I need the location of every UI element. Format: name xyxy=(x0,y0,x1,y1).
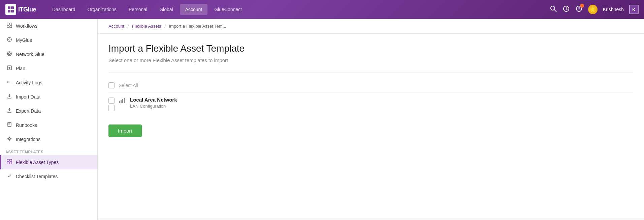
svg-point-14 xyxy=(9,39,10,40)
select-all-checkbox[interactable] xyxy=(108,82,115,88)
integrations-icon xyxy=(6,136,12,143)
sidebar-item-integrations[interactable]: Integrations xyxy=(0,132,97,146)
notification-badge xyxy=(580,4,584,8)
nav-global[interactable]: Global xyxy=(154,4,178,15)
nav-organizations[interactable]: Organizations xyxy=(82,4,122,15)
logo-area[interactable]: ITGlue xyxy=(5,4,36,15)
nav-personal[interactable]: Personal xyxy=(123,4,153,15)
nav-dashboard[interactable]: Dashboard xyxy=(47,4,81,15)
breadcrumb: Account / Flexible Assets / Import a Fle… xyxy=(98,19,644,34)
myglue-icon xyxy=(6,37,12,44)
sidebar: Workflows MyGlue Network Glue xyxy=(0,19,98,220)
svg-rect-10 xyxy=(10,23,12,25)
sidebar-label-networkglue: Network Glue xyxy=(16,52,44,57)
svg-rect-34 xyxy=(121,100,122,103)
user-k-box[interactable]: K xyxy=(629,5,639,14)
help-icon[interactable]: ? xyxy=(575,5,583,14)
checklisttemplates-icon xyxy=(6,173,12,180)
svg-rect-29 xyxy=(7,159,9,161)
svg-rect-2 xyxy=(8,10,10,12)
svg-line-5 xyxy=(554,10,556,12)
sidebar-item-activitylogs[interactable]: Activity Logs xyxy=(0,76,97,90)
svg-point-15 xyxy=(7,52,11,56)
nav-account[interactable]: Account xyxy=(180,4,208,15)
template-signal-icon xyxy=(119,97,125,105)
sidebar-label-flexibleassettypes: Flexible Asset Types xyxy=(16,160,59,165)
sidebar-section-label: Asset Templates xyxy=(0,146,97,155)
breadcrumb-account[interactable]: Account xyxy=(108,24,124,29)
svg-point-16 xyxy=(8,53,10,55)
networkglue-icon xyxy=(6,51,12,58)
divider xyxy=(108,73,633,73)
svg-rect-9 xyxy=(7,23,9,25)
top-navigation: ITGlue Dashboard Organizations Personal … xyxy=(0,0,644,19)
sidebar-label-importdata: Import Data xyxy=(16,94,40,100)
page-body: Import a Flexible Asset Template Select … xyxy=(98,34,644,218)
plan-icon xyxy=(6,65,12,72)
svg-rect-35 xyxy=(122,99,123,103)
workflows-icon xyxy=(6,23,12,29)
sidebar-label-activitylogs: Activity Logs xyxy=(16,80,42,85)
sidebar-item-networkglue[interactable]: Network Glue xyxy=(0,47,97,61)
select-all-label: Select All xyxy=(119,83,138,88)
main-layout: Workflows MyGlue Network Glue xyxy=(0,19,644,220)
sidebar-label-checklisttemplates: Checklist Templates xyxy=(16,174,58,179)
breadcrumb-sep-2: / xyxy=(164,24,166,29)
svg-rect-36 xyxy=(124,98,125,103)
breadcrumb-sep-1: / xyxy=(128,24,129,29)
svg-rect-11 xyxy=(7,26,9,28)
activitylogs-icon xyxy=(6,79,12,86)
select-all-row: Select All xyxy=(108,80,633,91)
sidebar-item-checklisttemplates[interactable]: Checklist Templates xyxy=(0,169,97,184)
runbooks-icon xyxy=(6,122,12,129)
sidebar-label-myglue: MyGlue xyxy=(16,37,32,43)
sidebar-item-importdata[interactable]: Import Data xyxy=(0,90,97,104)
main-content: Account / Flexible Assets / Import a Fle… xyxy=(98,19,644,220)
svg-rect-3 xyxy=(11,10,14,12)
template-checkbox-top[interactable] xyxy=(108,98,115,104)
sidebar-item-exportdata[interactable]: Export Data xyxy=(0,104,97,118)
breadcrumb-current: Import a Flexible Asset Tem... xyxy=(169,24,226,29)
svg-rect-0 xyxy=(8,6,10,9)
sidebar-label-workflows: Workflows xyxy=(16,23,37,29)
svg-rect-1 xyxy=(11,6,14,9)
sidebar-label-runbooks: Runbooks xyxy=(16,122,37,128)
sidebar-label-plan: Plan xyxy=(16,66,25,71)
import-button[interactable]: Import xyxy=(108,125,142,137)
sidebar-item-myglue[interactable]: MyGlue xyxy=(0,33,97,47)
sidebar-label-integrations: Integrations xyxy=(16,137,40,142)
sidebar-label-exportdata: Export Data xyxy=(16,108,41,114)
svg-rect-33 xyxy=(119,101,120,103)
exportdata-icon xyxy=(6,108,12,114)
svg-point-13 xyxy=(7,37,11,42)
svg-point-4 xyxy=(551,6,555,10)
template-checkboxes xyxy=(108,97,115,111)
importdata-icon xyxy=(6,93,12,100)
logo-text: ITGlue xyxy=(18,6,36,13)
page-title: Import a Flexible Asset Template xyxy=(108,43,633,54)
flexibleassettypes-icon xyxy=(6,159,12,166)
nav-glueconnect[interactable]: GlueConnect xyxy=(209,4,247,15)
template-item-lan: Local Area Network LAN Configuration xyxy=(108,92,633,115)
svg-rect-32 xyxy=(10,162,12,164)
svg-rect-21 xyxy=(8,122,11,127)
user-avatar: 🌟 xyxy=(588,5,598,14)
sidebar-item-flexibleassettypes[interactable]: Flexible Asset Types xyxy=(0,155,97,169)
template-description: LAN Configuration xyxy=(130,104,177,109)
breadcrumb-flexible-assets[interactable]: Flexible Assets xyxy=(132,24,161,29)
sidebar-item-runbooks[interactable]: Runbooks xyxy=(0,118,97,132)
page-subtitle: Select one or more Flexible Asset templa… xyxy=(108,57,633,63)
search-icon[interactable] xyxy=(550,5,557,14)
nav-right: ? 🌟 Krishnesh K xyxy=(550,5,639,14)
user-name[interactable]: Krishnesh xyxy=(603,7,624,12)
svg-rect-12 xyxy=(10,26,12,28)
template-checkbox-bottom[interactable] xyxy=(108,105,115,111)
nav-links: Dashboard Organizations Personal Global … xyxy=(47,4,550,15)
template-info: Local Area Network LAN Configuration xyxy=(130,97,177,109)
logo-icon xyxy=(7,6,14,13)
svg-rect-31 xyxy=(7,162,9,164)
sidebar-item-workflows[interactable]: Workflows xyxy=(0,19,97,33)
logo-box xyxy=(5,4,16,15)
sidebar-item-plan[interactable]: Plan xyxy=(0,61,97,76)
history-icon[interactable] xyxy=(562,5,570,14)
